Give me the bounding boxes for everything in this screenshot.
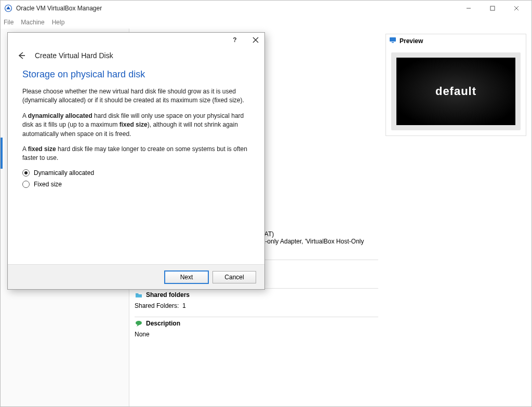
preview-title: Preview <box>400 37 423 45</box>
folder-icon <box>135 291 143 299</box>
menu-machine[interactable]: Machine <box>21 19 44 26</box>
svg-rect-9 <box>390 37 396 42</box>
window-title: Oracle VM VirtualBox Manager <box>16 5 457 12</box>
menu-help[interactable]: Help <box>52 19 65 26</box>
selected-indicator <box>1 138 3 169</box>
dialog-body: Storage on physical hard disk Please cho… <box>8 66 264 264</box>
radio-icon <box>22 169 30 177</box>
radio-dynamic[interactable]: Dynamically allocated <box>22 169 250 177</box>
shared-val: 1 <box>182 302 186 309</box>
svg-rect-10 <box>392 42 394 43</box>
maximize-button[interactable] <box>481 1 504 16</box>
back-button[interactable] <box>16 50 26 61</box>
virtualbox-icon <box>4 4 13 13</box>
menu-file[interactable]: File <box>4 19 14 26</box>
dialog-footer: Next Cancel <box>8 264 264 289</box>
shared-header[interactable]: Shared folders <box>135 288 378 301</box>
preview-panel: Preview default <box>383 29 531 406</box>
description-header[interactable]: Description <box>135 317 378 330</box>
help-icon: ? <box>233 36 236 44</box>
create-disk-dialog: ? Create Virtual Hard Disk Storage on ph… <box>7 32 265 290</box>
cancel-button[interactable]: Cancel <box>212 271 256 283</box>
monitor-icon <box>389 36 396 45</box>
close-button[interactable] <box>504 1 528 16</box>
dialog-para3: A fixed size hard disk file may take lon… <box>22 145 250 163</box>
preview-label: default <box>396 58 515 125</box>
dialog-heading: Storage on physical hard disk <box>22 69 250 80</box>
shared-key: Shared Folders: <box>135 302 179 309</box>
menubar: File Machine Help <box>1 16 531 29</box>
minimize-button[interactable] <box>457 1 481 16</box>
radio-fixed[interactable]: Fixed size <box>22 181 250 188</box>
preview-box: Preview default <box>385 34 526 136</box>
radio-icon <box>22 181 30 188</box>
preview-screen: default <box>391 52 521 130</box>
window-controls <box>457 1 528 16</box>
dialog-head: Create Virtual Hard Disk <box>8 47 264 66</box>
dialog-titlebar: ? <box>8 33 264 47</box>
next-button[interactable]: Next <box>165 271 208 283</box>
dialog-para2: A dynamically allocated hard disk file w… <box>22 112 250 139</box>
svg-rect-2 <box>490 6 495 10</box>
description-value: None <box>135 331 150 338</box>
radio-fixed-label: Fixed size <box>34 181 62 188</box>
radio-dynamic-label: Dynamically allocated <box>34 169 94 177</box>
dialog-close-button[interactable] <box>251 35 260 45</box>
dialog-help-button[interactable]: ? <box>230 35 240 45</box>
shared-title: Shared folders <box>146 291 190 299</box>
description-title: Description <box>146 320 180 327</box>
dialog-para1: Please choose whether the new virtual ha… <box>22 87 250 105</box>
bubble-icon <box>135 319 143 328</box>
dialog-title: Create Virtual Hard Disk <box>35 51 113 60</box>
svg-point-8 <box>136 321 142 325</box>
titlebar: Oracle VM VirtualBox Manager <box>1 1 531 16</box>
